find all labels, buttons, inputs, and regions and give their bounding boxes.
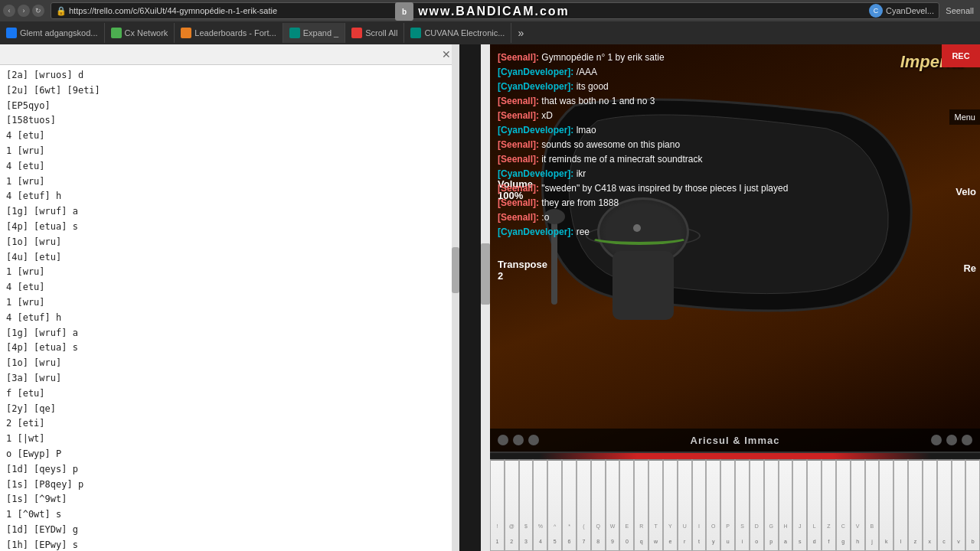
key-num-label: t <box>698 539 700 544</box>
piano-key-white[interactable]: Rq <box>634 459 648 551</box>
note-item: [1o] [wru] <box>6 235 453 250</box>
browser-tabs-row: Glemt adgangskod... Cx Network Leaderboa… <box>0 21 980 44</box>
address-bar-row: ‹ › ↻ 🔒 https://trello.com/c/6XuiUt/44-g… <box>0 0 980 21</box>
note-item: 4 [etuf] h <box>6 189 453 204</box>
note-item: 4 [etuf] h <box>6 311 453 326</box>
key-num-label: y <box>712 539 715 544</box>
note-item: 4 [etu] <box>6 159 453 174</box>
piano-key-white[interactable]: Ye <box>663 459 678 551</box>
tab-leaderboards[interactable]: Leaderboards - Fort... <box>175 23 283 43</box>
key-num-label: w <box>654 539 658 544</box>
piano-key-white[interactable]: Js <box>792 459 807 551</box>
chat-text: ikr <box>577 168 586 179</box>
piano-brand-name: Aricsul & Immac <box>691 435 780 446</box>
back-button[interactable]: ‹ <box>3 5 15 17</box>
chat-username: [CyanDeveloper]: <box>498 227 577 237</box>
piano-key-white[interactable]: b <box>965 459 980 551</box>
chat-text: lmao <box>577 125 596 135</box>
piano-key-white[interactable]: %4 <box>533 459 547 551</box>
piano-key-white[interactable]: ^5 <box>547 459 562 551</box>
key-num-label: 7 <box>582 539 585 544</box>
piano-key-white[interactable]: c <box>937 459 952 551</box>
piano-key-white[interactable]: Ld <box>807 459 822 551</box>
note-item: f [etu] <box>6 386 453 402</box>
tab-icon-scroll <box>351 28 362 38</box>
piano-key-white[interactable]: Do <box>750 459 764 551</box>
piano-key-white[interactable]: *6 <box>562 459 577 551</box>
key-num-label: i <box>742 539 743 544</box>
piano-key-white[interactable]: Bj <box>865 459 880 551</box>
tab-label-cuvana: CUVANA Electronic... <box>424 28 505 37</box>
piano-key-white[interactable]: Tw <box>648 459 663 551</box>
piano-keyboard-visual[interactable]: !1@2$3%4^5*6(7Q8W9E0RqTwYeUrItOyPuSiDoGp… <box>490 459 980 551</box>
piano-key-white[interactable]: Ha <box>779 459 793 551</box>
piano-key-white[interactable]: Oy <box>706 459 720 551</box>
piano-key-white[interactable]: (7 <box>577 459 591 551</box>
velocity-display: Velo <box>956 186 976 197</box>
piano-key-white[interactable]: Gp <box>764 459 779 551</box>
piano-key-white[interactable]: Zf <box>822 459 836 551</box>
note-item: [4p] [etua] s <box>6 220 453 235</box>
chat-username: [Seenall]: <box>498 154 541 165</box>
refresh-button[interactable]: ↻ <box>32 5 44 17</box>
brand-dots-left <box>498 435 539 445</box>
key-num-label: a <box>784 539 787 544</box>
piano-key-white[interactable]: Cg <box>836 459 851 551</box>
piano-key-white[interactable]: !1 <box>490 459 505 551</box>
menu-button[interactable]: Menu <box>949 109 980 125</box>
key-char-label: P <box>726 523 730 529</box>
piano-key-white[interactable]: z <box>908 459 923 551</box>
chat-text: it reminds me of a minecraft soundtrack <box>541 154 702 165</box>
panel-scrollbar-thumb[interactable] <box>481 243 490 305</box>
key-char-label: Q <box>596 523 599 529</box>
chat-message: [CyanDeveloper]: lmao <box>498 123 842 137</box>
piano-key-white[interactable]: E0 <box>619 459 634 551</box>
panel-scrollbar[interactable] <box>481 44 490 551</box>
chat-username: [CyanDeveloper]: <box>498 67 577 77</box>
piano-key-white[interactable]: It <box>692 459 707 551</box>
tab-cx-network[interactable]: Cx Network <box>105 23 175 43</box>
key-num-label: s <box>799 539 802 544</box>
chat-username: [Seenall]: <box>498 139 541 150</box>
key-num-label: q <box>640 539 643 544</box>
tab-icon-facebook <box>6 28 17 38</box>
chat-username: [Seenall]: <box>498 197 541 208</box>
piano-key-white[interactable]: Vh <box>851 459 865 551</box>
piano-key-white[interactable]: Pu <box>720 459 735 551</box>
piano-key-white[interactable]: Ur <box>678 459 692 551</box>
chat-message: [Seenall]: sounds so awesome on this pia… <box>498 138 842 152</box>
rec-button[interactable]: REC <box>942 44 980 67</box>
chat-username: [CyanDeveloper]: <box>498 168 577 179</box>
note-item: [2u] [6wt] [9eti] <box>6 83 453 99</box>
tab-facebook[interactable]: Glemt adgangskod... <box>0 23 105 43</box>
key-num-label: 9 <box>611 539 614 544</box>
piano-key-white[interactable]: @2 <box>505 459 519 551</box>
piano-key-white[interactable]: v <box>952 459 966 551</box>
key-char-label: J <box>799 523 802 529</box>
piano-key-white[interactable]: W9 <box>606 459 620 551</box>
tab-label-facebook: Glemt adgangskod... <box>20 28 98 37</box>
piano-key-white[interactable]: $3 <box>519 459 534 551</box>
piano-key-white[interactable]: x <box>923 459 937 551</box>
key-char-label: T <box>654 523 657 529</box>
tab-scroll-all[interactable]: Scroll All <box>345 23 404 43</box>
tab-cuvana[interactable]: CUVANA Electronic... <box>404 23 511 43</box>
forward-button[interactable]: › <box>18 5 30 17</box>
more-tabs-button[interactable]: » <box>511 27 530 39</box>
key-char-label: S <box>740 523 744 529</box>
tab-expand[interactable]: Expand _ <box>283 23 345 43</box>
chat-username: [Seenall]: <box>498 183 541 194</box>
chat-message: [Seenall]: "sweden" by C418 was inspired… <box>498 181 842 195</box>
chat-message: [Seenall]: Gymnopédie n° 1 by erik satie <box>498 51 842 64</box>
chat-message: [CyanDeveloper]: ikr <box>498 167 842 181</box>
scrollbar-thumb[interactable] <box>452 247 459 293</box>
address-input[interactable]: 🔒 https://trello.com/c/6XuiUt/44-gymnopé… <box>51 2 939 19</box>
piano-key-white[interactable]: Q8 <box>591 459 606 551</box>
piano-key-white[interactable]: l <box>893 459 908 551</box>
chat-message: [CyanDeveloper]: its good <box>498 80 842 93</box>
piano-key-white[interactable]: k <box>879 459 893 551</box>
key-num-label: 1 <box>495 539 498 544</box>
piano-key-white[interactable]: Si <box>735 459 750 551</box>
scrollbar[interactable] <box>452 44 459 551</box>
tab-icon-expand <box>289 28 300 38</box>
